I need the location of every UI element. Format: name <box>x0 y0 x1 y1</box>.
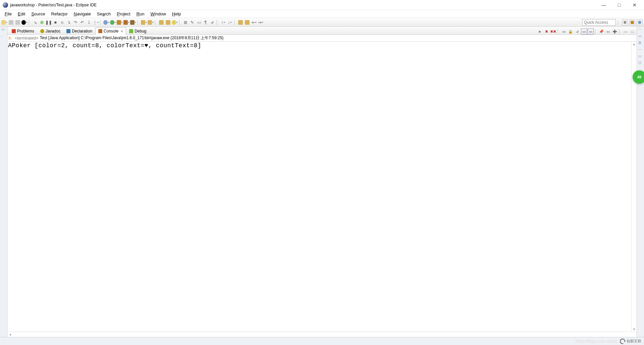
navigation-dropdown[interactable] <box>21 19 28 25</box>
disconnect-button[interactable]: ⎋ <box>59 19 65 25</box>
view-tab-bar: Problems Javadoc Declaration Console ✕ D… <box>7 27 637 35</box>
toggle-mark-button[interactable]: ✎ <box>189 19 195 25</box>
use-step-filters[interactable]: ⋮ <box>93 19 99 25</box>
vertical-scrollbar[interactable]: ▴▾ <box>631 42 637 332</box>
new-java-dropdown[interactable] <box>141 19 147 25</box>
notification-badge[interactable]: 49 <box>633 70 644 84</box>
show-console-stdout-button[interactable]: ▭ <box>581 28 587 34</box>
coverage-dropdown[interactable] <box>117 19 123 25</box>
minimize-button[interactable]: — <box>599 2 608 8</box>
minimize-view-button[interactable]: — <box>623 28 629 34</box>
menu-edit[interactable]: Edit <box>15 11 28 17</box>
close-tab-icon[interactable]: ✕ <box>120 29 123 33</box>
java-perspective-button[interactable] <box>629 19 635 25</box>
save-all-button[interactable] <box>15 19 21 25</box>
menu-run[interactable]: Run <box>134 11 147 17</box>
clear-console-button[interactable]: ▭ <box>561 28 567 34</box>
search-dropdown[interactable] <box>172 19 178 25</box>
skip-button[interactable]: ↘ <box>32 19 38 25</box>
center-panel: Problems Javadoc Declaration Console ✕ D… <box>7 27 637 337</box>
show-whitespace-button[interactable]: ¶ <box>203 19 209 25</box>
menu-search[interactable]: Search <box>94 11 113 17</box>
tab-javadoc[interactable]: Javadoc <box>37 27 64 35</box>
external-tools-dropdown[interactable] <box>130 19 136 25</box>
drop-frame-button[interactable]: ⤵ <box>86 19 92 25</box>
maximize-view-button[interactable]: □ <box>629 28 635 34</box>
toggle-word-wrap-button[interactable]: ↲ <box>209 19 215 25</box>
show-console-stderr-button[interactable]: ▭ <box>588 28 594 34</box>
horizontal-scrollbar[interactable]: ◂ <box>7 332 637 337</box>
separator <box>29 20 31 25</box>
annotation-prev[interactable]: ↑ <box>220 19 226 25</box>
restore-icon-2[interactable]: ⋯ <box>638 48 643 52</box>
open-perspective-button[interactable]: ⊞ <box>622 19 628 25</box>
tab-debug[interactable]: Debug <box>126 27 149 35</box>
tab-declaration[interactable]: Declaration <box>63 27 95 35</box>
toggle-block-button[interactable]: ▭ <box>196 19 202 25</box>
restore-icon[interactable]: ⋯ <box>638 27 643 32</box>
scroll-lock-button[interactable]: 🔒 <box>568 28 574 34</box>
back-history-dropdown[interactable]: ⇐ <box>251 19 257 25</box>
menu-navigate[interactable]: Navigate <box>71 11 94 17</box>
quick-access-input[interactable] <box>582 19 616 26</box>
console-body: APoker [color=2, count=8, colorText=♥, c… <box>7 42 637 332</box>
status-drag-handle[interactable]: ⋮ <box>3 339 6 343</box>
toggle-breadcrumb-button[interactable]: ⊞ <box>182 19 189 25</box>
menu-project[interactable]: Project <box>114 11 133 17</box>
tab-problems[interactable]: Problems <box>9 27 37 35</box>
display-selected-console-dropdown[interactable]: ▭ <box>605 28 611 34</box>
terminated-icon: ⎘ <box>9 36 13 41</box>
tab-console[interactable]: Console ✕ <box>95 27 126 35</box>
menu-file[interactable]: File <box>2 11 14 17</box>
left-trim-stack: ▭ ◦ <box>0 27 7 337</box>
open-console-dropdown[interactable]: ➕ <box>612 28 618 34</box>
window-controls: — □ ✕ <box>599 2 641 8</box>
menu-source[interactable]: Source <box>29 11 48 17</box>
task-list-icon[interactable]: ☐ <box>638 61 643 66</box>
back-button[interactable] <box>237 19 244 25</box>
forward-button[interactable] <box>244 19 250 25</box>
save-button[interactable] <box>8 19 14 25</box>
forward-history-dropdown[interactable]: ⇒ <box>258 19 264 25</box>
terminate-button[interactable]: ■ <box>52 19 58 25</box>
step-over-button[interactable]: ↷ <box>72 19 78 25</box>
tab-label: Problems <box>17 29 34 33</box>
main-toolbar: ↘ ❚❚ ■ ⎋ ↴ ↷ ↶ ⤵ ⋮ ⊞ ✎ ▭ ¶ ↲ ↑ ↓ ⇐ ⇒ ⊞ <box>0 18 644 27</box>
debug-dropdown[interactable] <box>103 19 109 25</box>
console-header: ⎘ <terminated> Test [Java Application] C… <box>7 35 637 42</box>
run-last-dropdown[interactable] <box>123 19 129 25</box>
console-output[interactable]: APoker [color=2, count=8, colorText=♥, c… <box>7 42 637 50</box>
new-button[interactable] <box>1 19 7 25</box>
remove-all-launches-button[interactable]: ✖✖ <box>550 28 556 34</box>
step-return-button[interactable]: ↶ <box>79 19 85 25</box>
outline-stack-icon[interactable]: ▭ <box>638 34 643 39</box>
suspend-button[interactable]: ❚❚ <box>46 19 52 25</box>
menu-window[interactable]: Window <box>148 11 169 17</box>
menu-help[interactable]: Help <box>169 11 184 17</box>
step-into-button[interactable]: ↴ <box>66 19 72 25</box>
outline-icon[interactable]: ☰ <box>638 41 643 46</box>
menu-refactor[interactable]: Refactor <box>49 11 70 17</box>
console-status: <terminated> <box>15 36 39 41</box>
word-wrap-button[interactable]: ↲ <box>574 28 580 34</box>
annotation-next[interactable]: ↓ <box>227 19 233 25</box>
open-task-button[interactable] <box>165 19 171 25</box>
pin-console-button[interactable]: 📌 <box>598 28 604 34</box>
watermark-text: https://blog.csdn.net/qq <box>576 339 617 344</box>
terminate-console-button[interactable]: ■ <box>537 28 543 34</box>
new-package-dropdown[interactable] <box>148 19 154 25</box>
close-button[interactable]: ✕ <box>630 2 639 8</box>
run-dropdown[interactable] <box>110 19 116 25</box>
maximize-button[interactable]: □ <box>614 2 624 8</box>
remove-launch-button[interactable]: ✖ <box>543 28 549 34</box>
open-type-button[interactable] <box>158 19 164 25</box>
restore-view-icon[interactable]: ▭ <box>1 27 6 32</box>
resume-button[interactable] <box>39 19 45 25</box>
debug-perspective-button[interactable] <box>637 19 643 25</box>
separator <box>155 20 157 25</box>
brand-icon <box>620 339 625 344</box>
quick-access-area: ⊞ <box>582 19 643 26</box>
task-stack-icon[interactable]: ▭ <box>638 54 643 59</box>
breakpoints-stack-icon[interactable]: ◦ <box>1 34 6 39</box>
separator <box>619 29 621 34</box>
